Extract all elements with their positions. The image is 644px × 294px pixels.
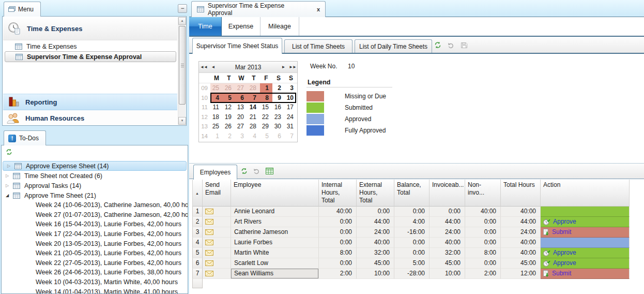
- calendar-day[interactable]: 17: [285, 102, 297, 112]
- calendar-day[interactable]: 12: [223, 102, 235, 112]
- employee-row[interactable]: 7Sean Williams2:0010:00-28:0010:002:0012…: [192, 269, 630, 279]
- group-reporting[interactable]: Reporting: [3, 94, 177, 110]
- action-cell[interactable]: Approve: [541, 217, 630, 227]
- prev-month-icon[interactable]: ◄: [208, 65, 218, 69]
- send-email-icon[interactable]: [205, 209, 213, 214]
- expand-icon[interactable]: ▷: [6, 183, 11, 188]
- grid-column-header[interactable]: Employee: [231, 180, 319, 207]
- close-icon[interactable]: x: [317, 6, 320, 12]
- group-human-resources[interactable]: Human Resources: [3, 111, 177, 125]
- grid-column-header[interactable]: Send Email: [203, 180, 231, 207]
- send-email-cell[interactable]: [203, 217, 231, 227]
- todo-child-item[interactable]: Week 27 (01-07-2013), Catherine Jameson,…: [2, 210, 188, 220]
- save-icon[interactable]: [461, 41, 468, 49]
- action-cell[interactable]: Submit: [541, 227, 630, 238]
- calendar-day[interactable]: 25: [210, 122, 223, 131]
- todo-item[interactable]: ▷Approve Expense Sheet (14): [3, 161, 187, 171]
- send-email-icon[interactable]: [205, 250, 213, 256]
- calendar-day[interactable]: 4: [210, 93, 223, 103]
- action-link[interactable]: Submit: [552, 269, 571, 278]
- send-email-cell[interactable]: [203, 238, 231, 248]
- send-email-cell[interactable]: [203, 227, 231, 238]
- refresh-icon[interactable]: [6, 149, 12, 155]
- grid-column-header[interactable]: Non-invo...: [465, 180, 501, 207]
- grid-column-header[interactable]: Internal Hours, Total: [319, 180, 357, 207]
- calendar-day[interactable]: 22: [260, 112, 272, 122]
- calendar-day[interactable]: 15: [260, 102, 272, 112]
- calendar-day[interactable]: 19: [223, 112, 235, 122]
- action-cell[interactable]: [541, 207, 630, 217]
- grid-indicator-header[interactable]: ▲: [192, 180, 203, 207]
- send-email-icon[interactable]: [205, 271, 213, 276]
- calendar-day[interactable]: 8: [260, 93, 272, 103]
- calendar-day[interactable]: 2: [223, 131, 235, 141]
- calendar-day[interactable]: 25: [210, 83, 223, 93]
- send-email-cell[interactable]: [203, 258, 231, 269]
- action-cell[interactable]: Submit: [541, 269, 630, 279]
- menu-item-supervisor-approval[interactable]: Supervisor Time & Expense Approval: [5, 51, 176, 62]
- calendar-day[interactable]: 26: [223, 83, 235, 93]
- action-link[interactable]: Approve: [553, 217, 576, 227]
- scrollbar-thumb[interactable]: [179, 26, 186, 105]
- refresh-icon[interactable]: [434, 41, 441, 49]
- tab-list-of-time-sheets[interactable]: List of Time Sheets: [284, 39, 352, 53]
- todo-child-item[interactable]: Week 20 (13-05-2013), Laurie Forbes, 42,…: [2, 239, 188, 248]
- prev-year-icon[interactable]: ◄◄: [199, 65, 208, 69]
- calendar-day[interactable]: 2: [272, 83, 285, 93]
- tab-mileage[interactable]: Mileage: [260, 17, 299, 36]
- employee-row[interactable]: 1Annie Leonard40:000:000:000:0040:0040:0…: [192, 207, 630, 217]
- calendar-day[interactable]: 23: [272, 112, 285, 122]
- calendar-day[interactable]: 30: [272, 122, 285, 131]
- calendar-day[interactable]: 27: [235, 83, 248, 93]
- action-link[interactable]: Approve: [553, 258, 576, 268]
- calendar-day[interactable]: 31: [285, 122, 297, 131]
- minimize-panel-button[interactable]: −: [178, 4, 187, 13]
- calendar-day[interactable]: 28: [248, 83, 260, 93]
- send-email-icon[interactable]: [205, 260, 213, 266]
- action-cell[interactable]: [541, 238, 630, 248]
- tab-employees[interactable]: Employees: [193, 165, 237, 180]
- todo-child-item[interactable]: Week 22 (27-05-2013), Laurie Forbes, 42,…: [2, 258, 188, 268]
- grid-column-header[interactable]: Balance, Total: [394, 180, 430, 207]
- scroll-down-icon[interactable]: ▼: [178, 117, 186, 125]
- undo-icon[interactable]: [448, 42, 454, 49]
- calendar-day[interactable]: 5: [223, 93, 235, 103]
- send-email-cell[interactable]: [203, 248, 231, 258]
- calendar-day[interactable]: 11: [210, 102, 223, 112]
- todo-item[interactable]: ▷Approval Tasks (14): [2, 181, 188, 190]
- calendar-day[interactable]: 14: [248, 102, 260, 112]
- calendar-day[interactable]: 13: [235, 102, 248, 112]
- tab-supervisor-time-sheet-status[interactable]: Supervisor Time Sheet Status: [192, 38, 282, 54]
- send-email-icon[interactable]: [205, 240, 213, 245]
- todo-child-item[interactable]: Week 10 (04-03-2013), Martin White, 40,0…: [2, 277, 188, 287]
- send-email-icon[interactable]: [205, 229, 213, 235]
- employee-row[interactable]: 3Catherine Jameson0:0024:00-16:0024:000:…: [192, 227, 630, 238]
- next-month-icon[interactable]: ►: [279, 65, 288, 69]
- calendar-day[interactable]: 7: [248, 93, 260, 103]
- calendar-day[interactable]: 6: [235, 93, 248, 103]
- calendar-day[interactable]: 6: [272, 131, 285, 141]
- tab-list-of-daily-time-sheets[interactable]: List of Daily Time Sheets: [355, 39, 432, 53]
- calendar-day[interactable]: 26: [223, 122, 235, 131]
- calendar-day[interactable]: 10: [285, 93, 297, 103]
- todo-child-item[interactable]: Week 21 (20-05-2013), Laurie Forbes, 42,…: [2, 248, 188, 258]
- action-cell[interactable]: Approve: [541, 248, 630, 258]
- next-year-icon[interactable]: ►►: [288, 65, 297, 69]
- grid-column-header[interactable]: Total Hours: [501, 180, 541, 207]
- table-view-icon[interactable]: [266, 168, 273, 174]
- calendar-day[interactable]: 4: [248, 131, 260, 141]
- tab-time[interactable]: Time: [189, 17, 222, 36]
- calendar-day[interactable]: 1: [210, 131, 223, 141]
- menu-item-time-expenses[interactable]: Time & Expenses: [5, 41, 176, 51]
- grid-column-header[interactable]: External Hours, Total: [357, 180, 394, 207]
- tab-expense[interactable]: Expense: [222, 17, 260, 36]
- action-cell[interactable]: Approve: [541, 258, 630, 269]
- calendar-day[interactable]: 24: [285, 112, 297, 122]
- menu-scrollbar[interactable]: ▲ ▼: [178, 17, 186, 125]
- refresh-icon[interactable]: [241, 168, 248, 174]
- undo-icon[interactable]: [253, 168, 260, 174]
- calendar-day[interactable]: 27: [235, 122, 248, 131]
- calendar-day[interactable]: 29: [260, 122, 272, 131]
- send-email-cell[interactable]: [203, 269, 231, 279]
- calendar-day[interactable]: 16: [272, 102, 285, 112]
